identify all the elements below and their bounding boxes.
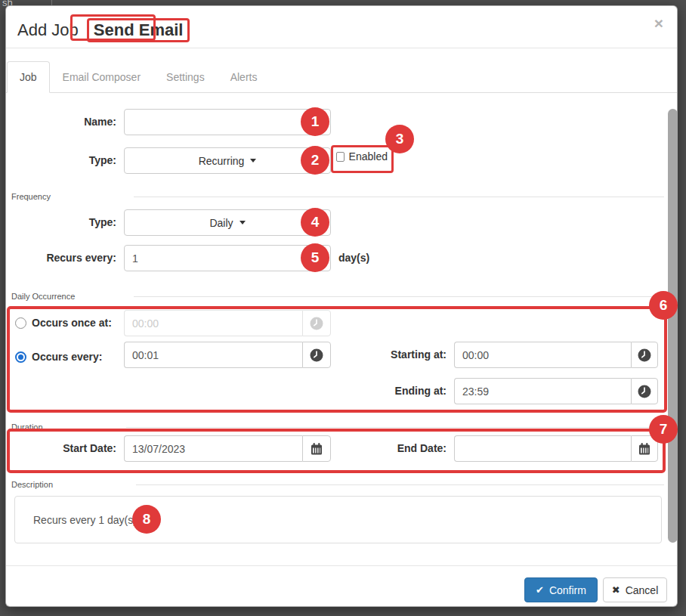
dialog-title-job-name: Send Email — [87, 18, 190, 42]
annotation-badge-3: 3 — [385, 125, 414, 153]
confirm-button[interactable]: ✔ Confirm — [524, 577, 598, 602]
occurs-once-time-input — [124, 310, 302, 336]
footer-divider — [6, 565, 677, 566]
occurs-once-time-group — [124, 310, 331, 336]
occurs-once-radio[interactable] — [15, 317, 26, 329]
annotation-badge-5: 5 — [301, 243, 329, 272]
cancel-button-label: Cancel — [626, 584, 659, 596]
clock-icon — [302, 310, 331, 336]
ending-at-time-input[interactable] — [454, 378, 631, 404]
name-input[interactable] — [124, 109, 331, 135]
section-divider — [136, 484, 664, 485]
calendar-icon[interactable] — [302, 435, 331, 462]
annotation-badge-8: 8 — [132, 505, 161, 534]
scrollbar-thumb[interactable] — [668, 109, 678, 543]
starting-at-label: Starting at: — [369, 348, 447, 361]
tab-alerts[interactable]: Alerts — [218, 61, 270, 93]
occurs-every-time-input[interactable] — [124, 342, 302, 368]
description-box: Recurs every 1 day(s) — [14, 496, 662, 543]
type-label: Type: — [6, 154, 116, 166]
name-label: Name: — [6, 116, 116, 128]
annotation-badge-4: 4 — [301, 208, 329, 237]
start-date-input[interactable] — [124, 435, 302, 462]
starting-at-time-input[interactable] — [454, 342, 631, 368]
recurs-every-label: Recurs every: — [6, 252, 116, 264]
tab-email-composer[interactable]: Email Composer — [50, 61, 153, 93]
frequency-type-value: Daily — [209, 217, 233, 229]
enabled-checkbox[interactable] — [336, 152, 345, 162]
clock-icon[interactable] — [631, 378, 658, 404]
start-date-group — [124, 435, 331, 462]
description-section-label: Description — [11, 480, 53, 489]
occurs-every-label: Occurs every: — [32, 351, 119, 363]
annotation-badge-2: 2 — [301, 146, 329, 175]
daily-occurrence-section-label: Daily Occurrence — [11, 292, 75, 301]
cancel-button[interactable]: ✖ Cancel — [603, 577, 667, 602]
ending-at-time-group — [454, 378, 658, 404]
frequency-section-label: Frequency — [11, 192, 51, 201]
daily-occurrence-section-header: Daily Occurrence — [11, 290, 664, 302]
add-job-dialog: Add Job Send Email × Job Email Composer … — [5, 5, 678, 607]
enabled-label: Enabled — [349, 150, 388, 163]
occurs-every-radio[interactable] — [15, 351, 26, 363]
section-divider — [134, 296, 664, 297]
tab-settings[interactable]: Settings — [153, 61, 218, 93]
description-text: Recurs every 1 day(s) — [33, 514, 137, 526]
enabled-group: Enabled — [336, 150, 388, 168]
ending-at-label: Ending at: — [369, 385, 447, 397]
dialog-title: Add Job Send Email — [17, 18, 190, 42]
section-divider — [134, 197, 664, 197]
starting-at-time-group — [454, 342, 658, 368]
check-icon: ✔ — [536, 584, 544, 596]
confirm-button-label: Confirm — [549, 584, 586, 596]
end-date-input[interactable] — [454, 435, 631, 462]
occurs-every-time-group — [124, 342, 331, 368]
clock-icon[interactable] — [302, 342, 331, 368]
chevron-down-icon — [250, 159, 256, 163]
job-type-value: Recurring — [199, 155, 245, 167]
frequency-type-label: Type: — [6, 216, 116, 228]
section-divider — [126, 427, 664, 428]
annotation-badge-6: 6 — [649, 291, 678, 320]
job-type-dropdown[interactable]: Recurring — [124, 147, 331, 174]
dialog-title-prefix: Add Job — [17, 20, 79, 39]
end-date-group — [454, 435, 658, 462]
tab-job[interactable]: Job — [7, 61, 50, 93]
annotation-badge-1: 1 — [301, 107, 329, 136]
annotation-badge-7: 7 — [649, 415, 678, 444]
recurs-suffix: day(s) — [338, 252, 369, 264]
clock-icon[interactable] — [631, 342, 658, 368]
end-date-label: End Date: — [369, 442, 447, 454]
dialog-tabbar: Job Email Composer Settings Alerts — [6, 60, 677, 93]
occurs-once-label: Occurs once at: — [32, 317, 119, 329]
frequency-type-dropdown[interactable]: Daily — [124, 209, 331, 236]
description-section-header: Description — [11, 478, 664, 491]
recurs-every-input[interactable] — [124, 245, 331, 271]
duration-section-label: Duration — [11, 423, 43, 432]
frequency-section-header: Frequency — [11, 190, 664, 203]
chevron-down-icon — [239, 221, 246, 224]
header-divider — [6, 48, 677, 48]
start-date-label: Start Date: — [6, 442, 116, 454]
close-icon[interactable]: × — [654, 15, 663, 31]
x-icon: ✖ — [612, 584, 620, 596]
duration-section-header: Duration — [11, 421, 664, 433]
